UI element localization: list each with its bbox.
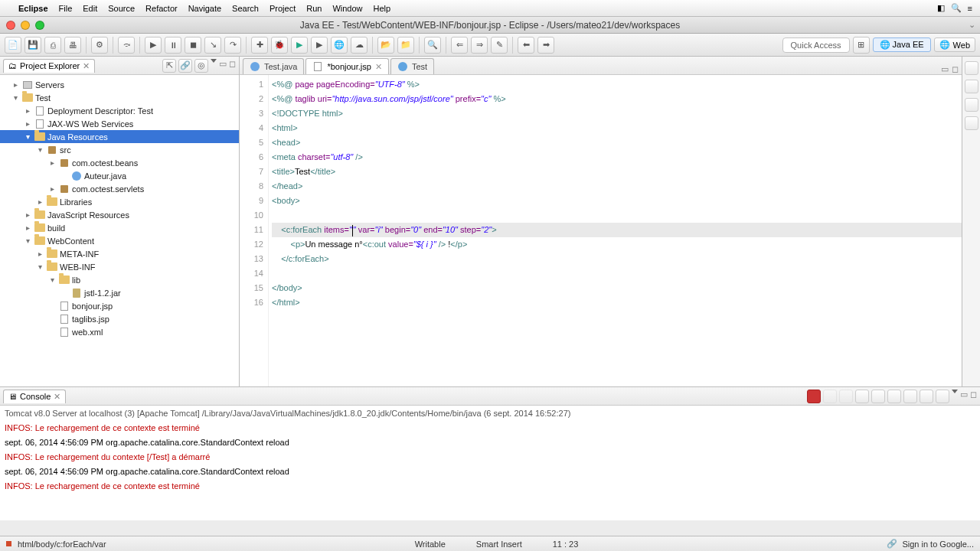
disclosure-icon[interactable]: ▸ — [23, 119, 32, 128]
run-button[interactable]: ▶ — [291, 37, 308, 54]
app-menu[interactable]: Eclipse — [18, 4, 48, 13]
open-console-button[interactable] — [936, 390, 949, 403]
menu-project[interactable]: Project — [270, 4, 296, 13]
menu-search[interactable]: Search — [232, 4, 259, 13]
menu-window[interactable]: Window — [332, 4, 362, 13]
tree-item[interactable]: ▸com.octest.beans — [0, 156, 239, 169]
remove-launch-button[interactable] — [823, 390, 837, 403]
step-button[interactable]: ↘ — [204, 37, 221, 54]
disclosure-icon[interactable]: ▾ — [35, 145, 44, 154]
menu-help[interactable]: Help — [374, 4, 391, 13]
tree-item[interactable]: bonjour.jsp — [0, 299, 239, 312]
save-all-button[interactable]: ⎙ — [44, 37, 61, 54]
disclosure-icon[interactable]: ▸ — [47, 158, 57, 167]
code-content[interactable]: <%@ page pageEncoding="UTF-8" %><%@ tagl… — [269, 75, 962, 386]
tree-item[interactable]: ▸JAX-WS Web Services — [0, 117, 239, 130]
perspective-javaee[interactable]: 🌐 Java EE — [873, 37, 931, 52]
task-list-view-button[interactable] — [965, 80, 978, 93]
forward-button[interactable]: ➡ — [537, 37, 554, 54]
disclosure-icon[interactable]: ▸ — [35, 249, 44, 258]
tree-item[interactable]: ▾Test — [0, 91, 239, 104]
notification-icon[interactable]: ◧ — [937, 3, 945, 13]
suspend-button[interactable]: ⏸ — [165, 37, 181, 54]
menu-extra-icon[interactable]: ≡ — [968, 4, 972, 13]
project-explorer-tab[interactable]: 🗂 Project Explorer ✕ — [3, 59, 95, 73]
tree-item[interactable]: ▸Servers — [0, 78, 239, 91]
editor-tab[interactable]: Test.java — [243, 58, 304, 74]
close-icon[interactable]: ✕ — [375, 62, 382, 72]
scroll-lock-button[interactable] — [871, 390, 885, 403]
annotation-next-button[interactable]: ⇒ — [471, 37, 488, 54]
build-button[interactable]: ⚙ — [91, 37, 108, 54]
quick-access-field[interactable]: Quick Access — [782, 37, 850, 53]
spotlight-icon[interactable]: 🔍 — [951, 3, 962, 13]
minimize-console-icon[interactable]: ▭ — [960, 390, 968, 403]
menu-file[interactable]: File — [59, 4, 73, 13]
tree-item[interactable]: ▾WebContent — [0, 234, 239, 247]
disclosure-icon[interactable]: ▸ — [47, 184, 57, 193]
minimize-editor-icon[interactable]: ▭ — [941, 64, 949, 74]
tree-item[interactable]: ▾src — [0, 143, 239, 156]
open-type-button[interactable]: 📂 — [377, 37, 394, 54]
link-editor-button[interactable]: 🔗 — [178, 59, 192, 73]
project-tree[interactable]: ▸Servers▾Test▸Deployment Descriptor: Tes… — [0, 75, 239, 386]
resume-button[interactable]: ▶ — [145, 37, 162, 54]
menu-run[interactable]: Run — [306, 4, 322, 13]
maximize-editor-icon[interactable]: ◻ — [952, 64, 959, 74]
debug-skip-button[interactable]: ⤼ — [118, 37, 135, 54]
tree-item[interactable]: ▸com.octest.servlets — [0, 182, 239, 195]
disclosure-icon[interactable]: ▾ — [35, 262, 44, 271]
new-button[interactable]: 📄 — [5, 37, 21, 54]
tree-item[interactable]: ▾lib — [0, 273, 239, 286]
maximize-view-icon[interactable]: ◻ — [229, 59, 236, 73]
editor-tab[interactable]: Test — [390, 58, 434, 74]
tree-item[interactable]: ▸META-INF — [0, 247, 239, 260]
console-tab[interactable]: 🖥 Console ✕ — [3, 390, 66, 403]
new-server-button[interactable]: 🌐 — [331, 37, 348, 54]
disclosure-icon[interactable]: ▾ — [11, 93, 20, 102]
minimize-view-icon[interactable]: ▭ — [219, 59, 227, 73]
snippets-view-button[interactable] — [965, 98, 978, 112]
menu-refactor[interactable]: Refactor — [145, 4, 178, 13]
terminate-button[interactable]: ◼ — [185, 37, 201, 54]
save-button[interactable]: 💾 — [24, 37, 41, 54]
tree-item[interactable]: ▸build — [0, 221, 239, 234]
new-project-button[interactable]: ✚ — [251, 37, 268, 54]
annotation-prev-button[interactable]: ⇐ — [451, 37, 468, 54]
tree-item[interactable]: ▾WEB-INF — [0, 260, 239, 273]
open-perspective-button[interactable]: ⊞ — [853, 37, 870, 54]
view-menu-icon[interactable] — [211, 59, 217, 63]
disclosure-icon[interactable]: ▸ — [35, 197, 44, 206]
tree-item[interactable]: web.xml — [0, 325, 239, 338]
perspective-web[interactable]: 🌐 Web — [934, 37, 975, 52]
tree-item[interactable]: taglibs.jsp — [0, 312, 239, 325]
close-icon[interactable]: ✕ — [83, 61, 90, 71]
remove-all-button[interactable] — [839, 390, 853, 403]
terminate-console-button[interactable] — [807, 390, 821, 403]
back-button[interactable]: ⬅ — [518, 37, 534, 54]
word-wrap-button[interactable] — [887, 390, 901, 403]
focus-task-button[interactable]: ◎ — [194, 59, 208, 73]
maximize-console-icon[interactable]: ◻ — [970, 390, 977, 403]
search-button[interactable]: 🔍 — [424, 37, 441, 54]
disclosure-icon[interactable]: ▾ — [47, 276, 57, 284]
menu-navigate[interactable]: Navigate — [188, 4, 221, 13]
editor-tab[interactable]: *bonjour.jsp✕ — [305, 58, 389, 74]
run-last-button[interactable]: ▶ — [311, 37, 328, 54]
menu-edit[interactable]: Edit — [83, 4, 97, 13]
google-signin-button[interactable]: 🔗 Sign in to Google... — [887, 539, 974, 549]
display-console-button[interactable] — [920, 390, 933, 403]
source-editor[interactable]: 12345678910111213141516 <%@ page pageEnc… — [240, 75, 962, 386]
step-over-button[interactable]: ↷ — [224, 37, 241, 54]
new-ws-button[interactable]: ☁ — [351, 37, 368, 54]
tree-item[interactable]: ▾Java Resources — [0, 130, 239, 143]
disclosure-icon[interactable]: ▾ — [23, 132, 32, 141]
tree-item[interactable]: jstl-1.2.jar — [0, 286, 239, 299]
disclosure-icon[interactable]: ▸ — [23, 210, 32, 219]
debug-button[interactable]: 🐞 — [271, 37, 288, 54]
pin-console-button[interactable] — [903, 390, 917, 403]
palette-view-button[interactable] — [965, 116, 978, 130]
console-menu-icon[interactable] — [952, 390, 958, 393]
tree-item[interactable]: Auteur.java — [0, 169, 239, 182]
outline-view-button[interactable] — [965, 61, 978, 75]
